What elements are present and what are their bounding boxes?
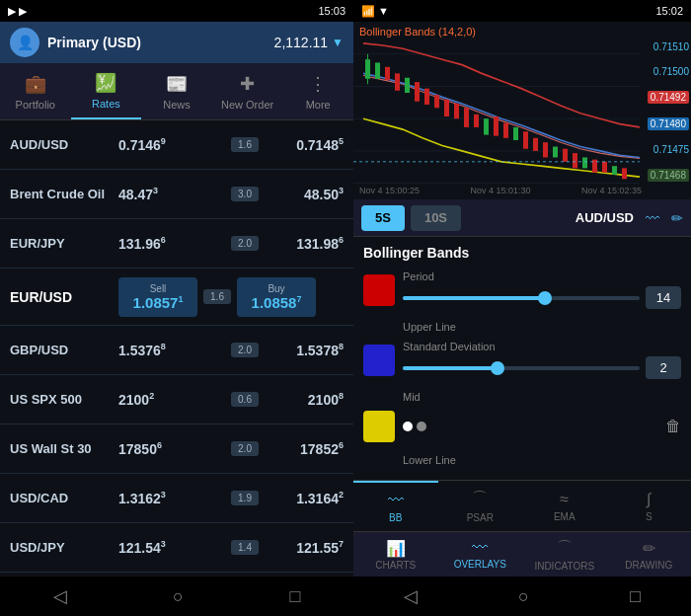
home-button-right[interactable]: ○ (518, 586, 529, 607)
tab-overlays[interactable]: 〰 OVERLAYS (438, 532, 523, 577)
period-slider-container: 14 (403, 286, 681, 309)
account-bar: 👤 Primary (USD) 2,112.11 ▼ (0, 22, 353, 63)
account-balance: 2,112.11 ▼ (274, 35, 344, 50)
svg-rect-9 (375, 62, 380, 78)
recents-button[interactable]: □ (289, 586, 300, 607)
table-row[interactable]: Brent Crude Oil 48.473 3.0 48.503 (0, 170, 353, 219)
ema-icon: ≈ (560, 491, 569, 508)
stddev-slider-thumb[interactable] (491, 361, 504, 375)
table-row[interactable]: US Wall St 30 178506 2.0 178526 (0, 424, 353, 474)
stddev-label: Standard Deviation (403, 341, 681, 352)
recents-button-right[interactable]: □ (630, 586, 641, 607)
ask-price: 21008 (265, 391, 344, 408)
nav-rates-label: Rates (92, 98, 120, 110)
nav-news[interactable]: 📰 News (141, 63, 212, 119)
status-bar-left: ▶ ▶ 15:03 (0, 0, 353, 22)
svg-rect-29 (573, 153, 577, 168)
waveform-icon[interactable]: 〰 (646, 210, 659, 226)
period-value: 14 (646, 286, 681, 309)
table-row[interactable]: USD/CAD 1.31623 1.9 1.31642 (0, 474, 353, 523)
bottom-nav-left: ◁ ○ □ (0, 577, 353, 616)
instrument-name: US SPX 500 (10, 392, 118, 407)
delete-icon[interactable]: 🗑 (665, 418, 681, 435)
back-button[interactable]: ◁ (53, 585, 67, 607)
avatar: 👤 (10, 28, 39, 57)
tab-psar[interactable]: ⌒ PSAR (438, 481, 523, 531)
tab-bb[interactable]: 〰 BB (353, 481, 438, 531)
stddev-slider-fill (403, 366, 498, 370)
svg-rect-14 (424, 89, 429, 105)
left-panel: ▶ ▶ 15:03 👤 Primary (USD) 2,112.11 ▼ 💼 P… (0, 0, 353, 616)
buy-price: 1.08587 (247, 294, 306, 311)
timeframe-5s-button[interactable]: 5S (361, 205, 405, 231)
spread-badge: 0.6 (231, 392, 259, 407)
new-order-icon: ✚ (240, 73, 255, 95)
svg-rect-6 (365, 59, 370, 79)
bollinger-bands-settings: Bollinger Bands Period 14 Upper Line Sta… (353, 237, 691, 480)
bb-title: Bollinger Bands (363, 245, 681, 261)
lower-line-row: 🗑 (363, 411, 681, 442)
instrument-name: Brent Crude Oil (10, 187, 118, 201)
eurusd-row[interactable]: EUR/USD Sell 1.08571 1.6 Buy 1.08587 (0, 269, 353, 326)
bid-price: 21002 (118, 391, 225, 408)
toggle-control[interactable] (403, 422, 657, 431)
portfolio-icon: 💼 (25, 73, 46, 95)
bid-price: 1.53768 (118, 342, 225, 358)
nav-portfolio[interactable]: 💼 Portfolio (0, 63, 71, 119)
period-slider-thumb[interactable] (538, 291, 552, 305)
tab-s-label: S (646, 511, 653, 522)
table-row[interactable]: AUD/USD 0.71469 1.6 0.71485 (0, 120, 353, 170)
charts-tab-icon: 📊 (386, 539, 406, 558)
tab-drawing[interactable]: ✏ DRAWING (607, 532, 692, 577)
svg-rect-30 (582, 157, 587, 168)
nav-new-order[interactable]: ✚ New Order (212, 63, 283, 119)
tab-ema[interactable]: ≈ EMA (522, 481, 607, 531)
stddev-row: Standard Deviation 2 (363, 341, 681, 379)
tab-charts[interactable]: 📊 CHARTS (353, 532, 438, 577)
bid-price: 131.966 (118, 235, 225, 252)
instrument-name: US Wall St 30 (10, 441, 118, 456)
price-label: 0.71480 (648, 117, 689, 130)
nav-more[interactable]: ⋮ More (282, 63, 353, 119)
nav-more-label: More (306, 99, 331, 111)
table-row[interactable]: GBP/USD 1.53768 2.0 1.53788 (0, 326, 353, 375)
account-name: Primary (USD) (47, 35, 141, 50)
nav-rates[interactable]: 💹 Rates (71, 63, 142, 119)
svg-rect-34 (622, 168, 627, 179)
ask-price: 121.557 (265, 539, 344, 556)
table-row[interactable]: US SPX 500 21002 0.6 21008 (0, 375, 353, 424)
svg-rect-17 (454, 104, 459, 118)
upper-line-color-swatch[interactable] (363, 274, 395, 306)
toggle-dot-1 (403, 422, 413, 431)
rates-icon: 💹 (95, 72, 116, 94)
spread-badge: 1.9 (231, 491, 259, 505)
svg-rect-19 (474, 115, 479, 127)
edit-icon[interactable]: ✏ (671, 210, 683, 226)
ask-price: 131.986 (265, 235, 344, 252)
mid-line-color-swatch[interactable] (363, 345, 395, 376)
price-label: 0.71468 (648, 169, 689, 182)
time-label: Nov 4 15:01:30 (470, 186, 530, 195)
table-row[interactable]: EUR/JPY 131.966 2.0 131.986 (0, 219, 353, 269)
svg-rect-26 (543, 142, 548, 157)
bid-price: 0.71469 (118, 136, 225, 153)
price-label: 0.71510 (648, 41, 689, 52)
time-labels: Nov 4 15:00:25 Nov 4 15:01:30 Nov 4 15:0… (359, 186, 642, 195)
bottom-nav-right: ◁ ○ □ (353, 577, 691, 616)
table-row[interactable]: USD/JPY 121.543 1.4 121.557 (0, 523, 353, 573)
buy-button[interactable]: Buy 1.08587 (237, 277, 316, 317)
sell-button[interactable]: Sell 1.08571 (118, 277, 197, 317)
lower-line-color-swatch[interactable] (363, 411, 395, 442)
tab-indicators[interactable]: ⌒ INDICATORS (522, 532, 607, 577)
tab-s[interactable]: ∫ S (607, 481, 692, 531)
period-row: Period 14 (363, 270, 681, 309)
back-button-right[interactable]: ◁ (404, 585, 418, 607)
instrument-name: GBP/USD (10, 343, 118, 357)
tab-ema-label: EMA (554, 511, 576, 522)
svg-rect-16 (444, 100, 449, 116)
timeframe-10s-button[interactable]: 10S (411, 205, 461, 231)
home-button[interactable]: ○ (173, 586, 184, 607)
svg-rect-12 (405, 78, 410, 93)
ask-price: 0.71485 (265, 136, 344, 153)
ask-price: 48.503 (265, 186, 344, 202)
